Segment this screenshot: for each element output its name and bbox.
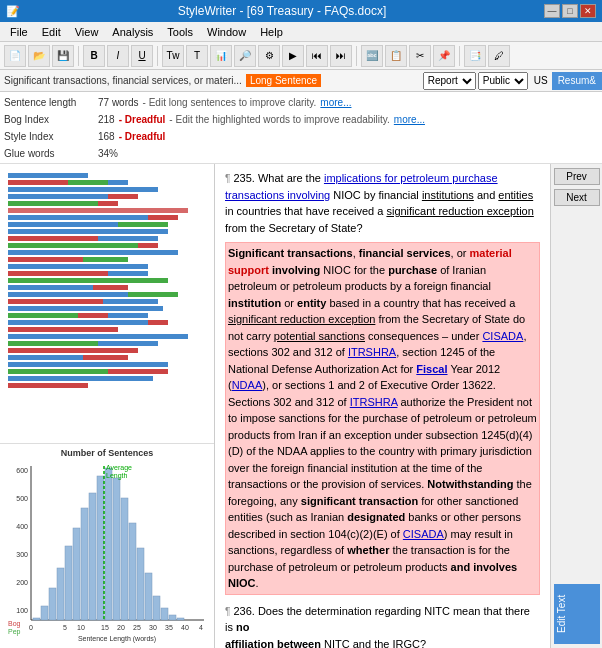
svg-rect-65 — [89, 493, 96, 620]
italic-button[interactable]: I — [107, 45, 129, 67]
app-icon: 📝 — [6, 5, 20, 18]
menu-help[interactable]: Help — [254, 25, 289, 39]
open-button[interactable]: 📂 — [28, 45, 50, 67]
svg-rect-68 — [113, 478, 120, 620]
toolbar-btn-3[interactable]: Tw — [162, 45, 184, 67]
toolbar-btn-16[interactable]: 🖊 — [488, 45, 510, 67]
bog-index-more[interactable]: more... — [394, 114, 425, 125]
sentence-text: Significant transactions, financial serv… — [4, 75, 242, 86]
svg-rect-32 — [8, 306, 163, 311]
svg-text:Bog: Bog — [8, 620, 21, 628]
svg-rect-20 — [8, 257, 83, 262]
style-index-label: Style Index — [4, 131, 94, 142]
svg-rect-15 — [8, 236, 98, 241]
svg-rect-16 — [98, 236, 158, 241]
svg-rect-30 — [8, 299, 103, 304]
us-label: US — [530, 75, 552, 86]
toolbar-btn-7[interactable]: ⚙ — [258, 45, 280, 67]
toolbar-btn-13[interactable]: ✂ — [409, 45, 431, 67]
glue-words-row: Glue words 34% — [4, 145, 598, 161]
svg-rect-26 — [8, 285, 93, 290]
bog-index-label: Bog Index — [4, 114, 94, 125]
right-area: ¶ 235. What are the implications for pet… — [215, 164, 602, 648]
sentence-length-more[interactable]: more... — [320, 97, 351, 108]
bog-dreadful: - Dreadful — [119, 114, 166, 125]
svg-rect-45 — [8, 362, 168, 367]
toolbar-btn-9[interactable]: ⏮ — [306, 45, 328, 67]
new-button[interactable]: 📄 — [4, 45, 26, 67]
toolbar-btn-14[interactable]: 📌 — [433, 45, 455, 67]
report-select[interactable]: Report — [423, 72, 476, 90]
underline-button[interactable]: U — [131, 45, 153, 67]
toolbar-btn-4[interactable]: T — [186, 45, 208, 67]
toolbar-btn-15[interactable]: 📑 — [464, 45, 486, 67]
svg-rect-44 — [83, 355, 128, 360]
para-marker: ¶ — [225, 173, 230, 184]
svg-rect-11 — [148, 215, 178, 220]
histogram-title: Number of Sentences — [4, 448, 210, 458]
edit-text-button[interactable]: Edit Text — [554, 584, 600, 644]
minimize-button[interactable]: — — [544, 4, 560, 18]
svg-rect-42 — [8, 348, 138, 353]
long-sentence-badge: Long Sentence — [246, 74, 321, 87]
svg-rect-28 — [8, 292, 128, 297]
svg-rect-76 — [177, 618, 184, 620]
svg-rect-37 — [148, 320, 168, 325]
svg-rect-67 — [105, 468, 112, 620]
toolbar-btn-10[interactable]: ⏭ — [330, 45, 352, 67]
svg-rect-38 — [8, 327, 118, 332]
title-bar: 📝 StyleWriter - [69 Treasury - FAQs.docx… — [0, 0, 602, 22]
menu-view[interactable]: View — [69, 25, 105, 39]
svg-rect-39 — [8, 334, 188, 339]
svg-rect-72 — [145, 573, 152, 620]
svg-text:10: 10 — [77, 624, 85, 631]
main-area: Number of Sentences 600 500 400 300 200 … — [0, 164, 602, 648]
svg-text:600: 600 — [16, 467, 28, 474]
sentence-bars-chart — [6, 168, 206, 388]
prev-button[interactable]: Prev — [554, 168, 600, 185]
toolbar-btn-5[interactable]: 📊 — [210, 45, 232, 67]
toolbar-btn-12[interactable]: 📋 — [385, 45, 407, 67]
svg-text:100: 100 — [16, 607, 28, 614]
svg-text:300: 300 — [16, 551, 28, 558]
maximize-button[interactable]: □ — [562, 4, 578, 18]
svg-text:5: 5 — [63, 624, 67, 631]
sentence-length-row: Sentence length 77 words - Edit long sen… — [4, 94, 598, 110]
sentence-length-value: 77 words — [98, 97, 139, 108]
svg-text:4: 4 — [199, 624, 203, 631]
svg-text:400: 400 — [16, 523, 28, 530]
svg-rect-62 — [65, 546, 72, 620]
menu-tools[interactable]: Tools — [161, 25, 199, 39]
svg-rect-36 — [8, 320, 148, 325]
svg-rect-31 — [103, 299, 158, 304]
save-button[interactable]: 💾 — [52, 45, 74, 67]
svg-rect-12 — [8, 222, 118, 227]
resume-button[interactable]: Resum& — [552, 72, 602, 90]
svg-rect-73 — [153, 596, 160, 620]
sentence-length-label: Sentence length — [4, 97, 94, 108]
sentence-status-area: Significant transactions, financial serv… — [0, 70, 602, 92]
toolbar-btn-11[interactable]: 🔤 — [361, 45, 383, 67]
close-button[interactable]: ✕ — [580, 4, 596, 18]
menu-window[interactable]: Window — [201, 25, 252, 39]
menu-analysis[interactable]: Analysis — [106, 25, 159, 39]
toolbar-btn-8[interactable]: ▶ — [282, 45, 304, 67]
public-select[interactable]: Public — [478, 72, 528, 90]
svg-text:30: 30 — [149, 624, 157, 631]
glue-words-value: 34% — [98, 148, 118, 159]
svg-rect-19 — [8, 250, 178, 255]
svg-rect-59 — [41, 606, 48, 620]
next-button[interactable]: Next — [554, 189, 600, 206]
toolbar-btn-6[interactable]: 🔎 — [234, 45, 256, 67]
svg-text:0: 0 — [29, 624, 33, 631]
menu-file[interactable]: File — [4, 25, 34, 39]
toolbar: 📄 📂 💾 B I U Tw T 📊 🔎 ⚙ ▶ ⏮ ⏭ 🔤 📋 ✂ 📌 📑 🖊 — [0, 42, 602, 70]
svg-rect-70 — [129, 523, 136, 620]
left-panel: Number of Sentences 600 500 400 300 200 … — [0, 164, 215, 648]
menu-edit[interactable]: Edit — [36, 25, 67, 39]
svg-rect-34 — [78, 313, 108, 318]
svg-rect-69 — [121, 498, 128, 620]
svg-rect-29 — [128, 292, 178, 297]
document-panel[interactable]: ¶ 235. What are the implications for pet… — [215, 164, 550, 648]
bold-button[interactable]: B — [83, 45, 105, 67]
